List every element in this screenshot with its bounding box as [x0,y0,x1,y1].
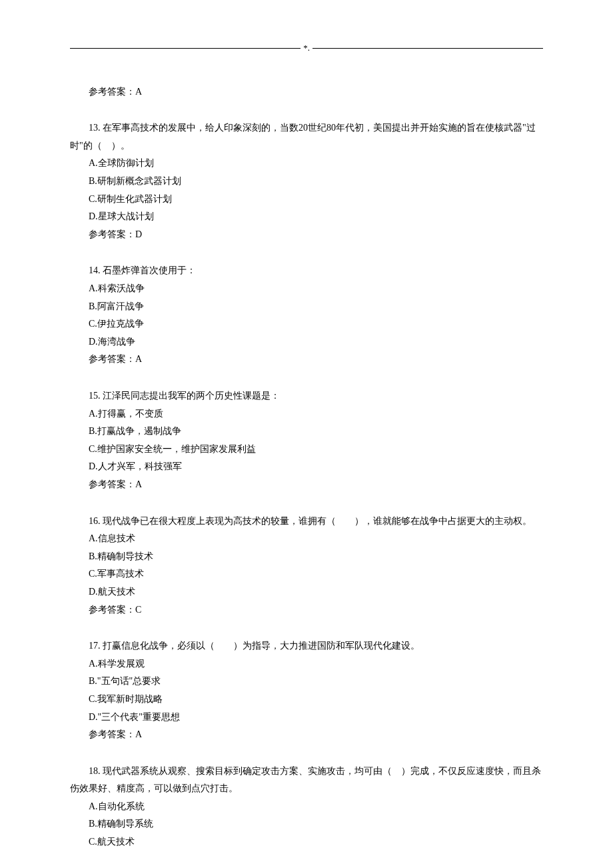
option-a: A.全球防御计划 [70,155,543,173]
question-stem: 13. 在军事高技术的发展中，给人印象深刻的，当数20世纪80年代初，美国提出并… [70,119,543,155]
option-c: C.航天技术 [70,833,543,851]
answer-prefix: 参考答案： [89,729,135,739]
question-14: 14. 石墨炸弹首次使用于： A.科索沃战争 B.阿富汗战争 C.伊拉克战争 D… [70,262,543,369]
question-17: 17. 打赢信息化战争，必须以（ ）为指导，大力推进国防和军队现代化建设。 A.… [70,637,543,744]
option-b: B.打赢战争，遏制战争 [70,423,543,441]
option-b: B.精确制导技术 [70,548,543,566]
answer-value: A [135,479,142,489]
answer-line: 参考答案：A [70,83,543,101]
question-18: 18. 现代武器系统从观察、搜索目标到确定攻击方案、实施攻击，均可由（ ）完成，… [70,763,543,851]
option-a: A.自动化系统 [70,798,543,816]
document-page: *. 参考答案：A 13. 在军事高技术的发展中，给人印象深刻的，当数20世纪8… [0,0,613,868]
option-a: A.信息技术 [70,530,543,548]
option-d: D.人才兴军，科技强军 [70,458,543,476]
question-stem-text: 18. 现代武器系统从观察、搜索目标到确定攻击方案、实施攻击，均可由（ ）完成，… [70,766,541,794]
question-12-answer-block: 参考答案：A [70,83,543,101]
answer-line: 参考答案：C [70,601,543,619]
option-b: B.精确制导系统 [70,815,543,833]
option-b: B.研制新概念武器计划 [70,173,543,191]
option-a: A.科学发展观 [70,655,543,673]
option-d: D.航天技术 [70,583,543,601]
question-stem-text: 13. 在军事高技术的发展中，给人印象深刻的，当数20世纪80年代初，美国提出并… [70,123,536,151]
header-rule-right [312,48,543,49]
question-15: 15. 江泽民同志提出我军的两个历史性课题是： A.打得赢，不变质 B.打赢战争… [70,387,543,494]
option-c: C.维护国家安全统一，维护国家发展利益 [70,441,543,459]
answer-line: 参考答案：D [70,226,543,244]
option-b: B."五句话"总要求 [70,673,543,691]
option-c: C.研制生化武器计划 [70,191,543,209]
answer-prefix: 参考答案： [89,229,135,239]
answer-prefix: 参考答案： [89,87,135,97]
answer-value: A [135,87,142,97]
option-d: D."三个代表"重要思想 [70,709,543,727]
option-b: B.阿富汗战争 [70,298,543,316]
answer-prefix: 参考答案： [89,605,135,615]
question-stem-text: 16. 现代战争已在很大程度上表现为高技术的较量，谁拥有（ ），谁就能够在战争中… [89,516,532,526]
page-header: *. [70,40,543,57]
answer-prefix: 参考答案： [89,354,135,364]
answer-line: 参考答案：A [70,476,543,494]
header-rule-left [70,48,301,49]
answer-prefix: 参考答案： [89,479,135,489]
option-a: A.打得赢，不变质 [70,405,543,423]
question-stem: 14. 石墨炸弹首次使用于： [70,262,543,280]
option-d: D.星球大战计划 [70,208,543,226]
answer-value: A [135,354,142,364]
question-stem: 15. 江泽民同志提出我军的两个历史性课题是： [70,387,543,405]
question-stem: 18. 现代武器系统从观察、搜索目标到确定攻击方案、实施攻击，均可由（ ）完成，… [70,763,543,798]
option-c: C.军事高技术 [70,565,543,583]
option-c: C.我军新时期战略 [70,691,543,709]
question-16: 16. 现代战争已在很大程度上表现为高技术的较量，谁拥有（ ），谁就能够在战争中… [70,513,543,619]
header-mark: *. [301,40,312,57]
answer-value: D [135,229,142,239]
option-a: A.科索沃战争 [70,280,543,298]
answer-line: 参考答案：A [70,351,543,369]
question-stem: 16. 现代战争已在很大程度上表现为高技术的较量，谁拥有（ ），谁就能够在战争中… [70,513,543,531]
answer-value: C [135,605,141,615]
option-c: C.伊拉克战争 [70,315,543,333]
question-13: 13. 在军事高技术的发展中，给人印象深刻的，当数20世纪80年代初，美国提出并… [70,119,543,243]
question-stem: 17. 打赢信息化战争，必须以（ ）为指导，大力推进国防和军队现代化建设。 [70,637,543,655]
answer-value: A [135,729,142,739]
option-d: D.海湾战争 [70,333,543,351]
answer-line: 参考答案：A [70,726,543,744]
